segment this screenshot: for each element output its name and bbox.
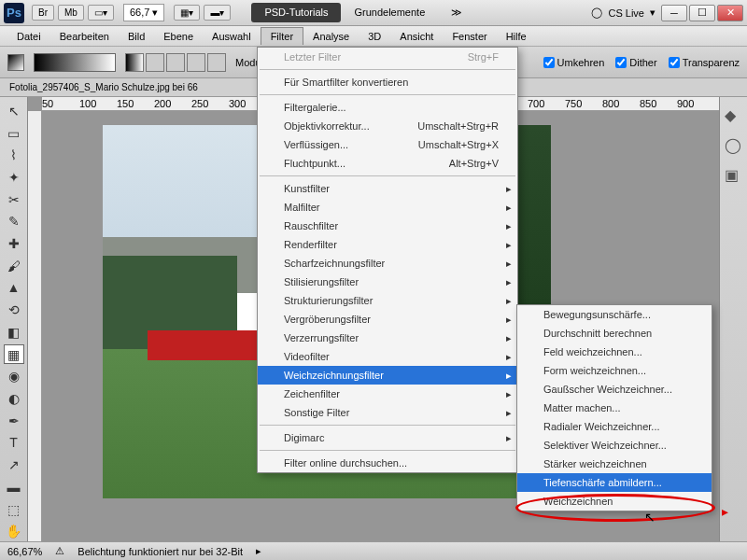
gradient-radial[interactable] [146,53,164,72]
arrange-button[interactable]: ▬▾ [204,5,231,21]
menu-bild[interactable]: Bild [119,28,154,45]
status-zoom[interactable]: 66,67% [7,546,42,557]
heal-tool[interactable]: ✚ [4,233,24,254]
status-info-icon: ⚠ [55,545,64,557]
crop-tool[interactable]: ✂ [4,189,24,210]
workspace-tab-active[interactable]: PSD-Tutorials [251,3,341,22]
dd-renderfilter[interactable]: Renderfilter▸ [258,235,517,254]
dd-filtergalerie[interactable]: Filtergalerie... [258,98,517,117]
dd-malfilter[interactable]: Malfilter▸ [258,198,517,217]
close-button[interactable]: ✕ [717,5,743,21]
titlebar: Ps Br Mb ▭▾ 66,7 ▾ ▦▾ ▬▾ PSD-Tutorials G… [0,0,747,26]
sm-radial[interactable]: Radialer Weichzeichner... [517,417,712,436]
dd-sonstige[interactable]: Sonstige Filter▸ [258,403,517,422]
sm-gauss[interactable]: Gaußscher Weichzeichner... [517,380,712,399]
cslive-icon: ◯ [591,7,602,19]
type-tool[interactable]: T [4,433,24,454]
menu-bearbeiten[interactable]: Bearbeiten [50,28,119,45]
maximize-button[interactable]: ☐ [689,5,715,21]
weichzeichnen-submenu: Bewegungsunschärfe... Durchschnitt berec… [516,304,712,511]
sm-matter[interactable]: Matter machen... [517,399,712,417]
sm-staerker[interactable]: Stärker weichzeichnen [517,455,712,473]
filter-dropdown: Letzter FilterStrg+F Für Smartfilter kon… [257,47,518,473]
panel-icon-2[interactable]: ◯ [725,136,743,155]
menu-fenster[interactable]: Fenster [443,28,496,45]
sm-form[interactable]: Form weichzeichnen... [517,361,712,380]
gradient-angle[interactable] [166,53,185,72]
stamp-tool[interactable]: ▲ [4,278,24,299]
checkbox-umkehren[interactable]: Umkehren [543,57,605,68]
panel-icon-1[interactable]: ◆ [725,106,743,125]
sm-selektiv[interactable]: Selektiver Weichzeichner... [517,436,712,455]
gradient-reflected[interactable] [187,53,205,72]
annotation-arrow: ▸ [722,504,728,519]
sm-bewegung[interactable]: Bewegungsunschärfe... [517,305,712,324]
menu-hilfe[interactable]: Hilfe [497,28,536,45]
history-tool[interactable]: ⟲ [4,300,24,320]
panel-icon-3[interactable]: ▣ [725,166,743,185]
zoom-display[interactable]: 66,7 ▾ [123,4,164,21]
3d-tool[interactable]: ⬚ [4,499,24,520]
dd-fluchtpunkt[interactable]: Fluchtpunkt...Alt+Strg+V [258,154,517,173]
menu-auswahl[interactable]: Auswahl [203,28,261,45]
workspace-tab-2[interactable]: Grundelemente [341,3,438,22]
hand-tool[interactable]: ✋ [4,521,24,541]
eyedropper-tool[interactable]: ✎ [4,212,24,232]
move-tool[interactable]: ↖ [4,101,24,121]
bridge-button[interactable]: Br [32,5,54,21]
checkbox-transparenz[interactable]: Transparenz [669,57,740,68]
dd-verzerrung[interactable]: Verzerrungsfilter▸ [258,329,517,347]
status-info: Belichtung funktioniert nur bei 32-Bit [78,546,243,557]
dd-objektiv[interactable]: Objektivkorrektur...Umschalt+Strg+R [258,117,517,135]
sm-weichzeichnen[interactable]: Weichzeichnen [517,492,712,511]
pen-tool[interactable]: ✒ [4,411,24,431]
menu-ansicht[interactable]: Ansicht [390,28,443,45]
dd-vergroeberung[interactable]: Vergröberungsfilter▸ [258,310,517,329]
toolbox: ↖ ▭ ⌇ ✦ ✂ ✎ ✚ 🖌 ▲ ⟲ ◧ ▦ ◉ ◐ ✒ T ↗ ▬ ⬚ ✋ [0,97,28,541]
menu-analyse[interactable]: Analyse [303,28,359,45]
minibridge-button[interactable]: Mb [58,5,84,21]
sm-durchschnitt[interactable]: Durchschnitt berechnen [517,324,712,343]
workspace-more[interactable]: ≫ [438,3,475,22]
dd-zeichen[interactable]: Zeichenfilter▸ [258,385,517,403]
dodge-tool[interactable]: ◐ [4,388,24,409]
menu-filter[interactable]: Filter [261,27,303,45]
right-panel: ◆ ◯ ▣ [719,97,747,541]
menu-3d[interactable]: 3D [359,28,390,45]
marquee-tool[interactable]: ▭ [4,123,24,144]
blur-tool[interactable]: ◉ [4,366,24,386]
cslive-label[interactable]: CS Live [608,7,644,19]
minimize-button[interactable]: ─ [661,5,687,21]
dd-scharf[interactable]: Scharfzeichnungsfilter▸ [258,254,517,273]
tool-preset-icon[interactable] [7,54,24,71]
dd-video[interactable]: Videofilter▸ [258,347,517,366]
sm-tiefen[interactable]: Tiefenschärfe abmildern... [517,473,712,492]
gradient-tool[interactable]: ▦ [4,344,24,365]
statusbar: 66,67% ⚠ Belichtung funktioniert nur bei… [0,541,747,560]
shape-tool[interactable]: ▬ [4,477,24,497]
dd-struktur[interactable]: Strukturierungsfilter▸ [258,291,517,310]
dd-rauschfilter[interactable]: Rauschfilter▸ [258,217,517,235]
dd-smartfilter[interactable]: Für Smartfilter konvertieren [258,73,517,91]
eraser-tool[interactable]: ◧ [4,322,24,343]
lasso-tool[interactable]: ⌇ [4,145,24,165]
dd-weich[interactable]: Weichzeichnungsfilter▸ [258,366,517,385]
screenmode-button[interactable]: ▭▾ [88,5,114,21]
brush-tool[interactable]: 🖌 [4,256,24,276]
dd-stil[interactable]: Stilisierungsfilter▸ [258,273,517,291]
sm-feld[interactable]: Feld weichzeichnen... [517,343,712,361]
gradient-diamond[interactable] [207,53,226,72]
checkbox-dither[interactable]: Dither [615,57,656,68]
gradient-preview[interactable] [34,53,116,72]
dd-digimarc[interactable]: Digimarc▸ [258,428,517,447]
dd-kunstfilter[interactable]: Kunstfilter▸ [258,179,517,198]
dd-verfluessigen[interactable]: Verflüssigen...Umschalt+Strg+X [258,135,517,154]
viewextras-button[interactable]: ▦▾ [174,5,200,21]
gradient-linear[interactable] [125,53,144,72]
menu-datei[interactable]: Datei [7,28,50,45]
menu-ebene[interactable]: Ebene [154,28,203,45]
path-tool[interactable]: ↗ [4,455,24,475]
wand-tool[interactable]: ✦ [4,167,24,188]
dd-online[interactable]: Filter online durchsuchen... [258,454,517,472]
photoshop-icon: Ps [4,3,24,23]
